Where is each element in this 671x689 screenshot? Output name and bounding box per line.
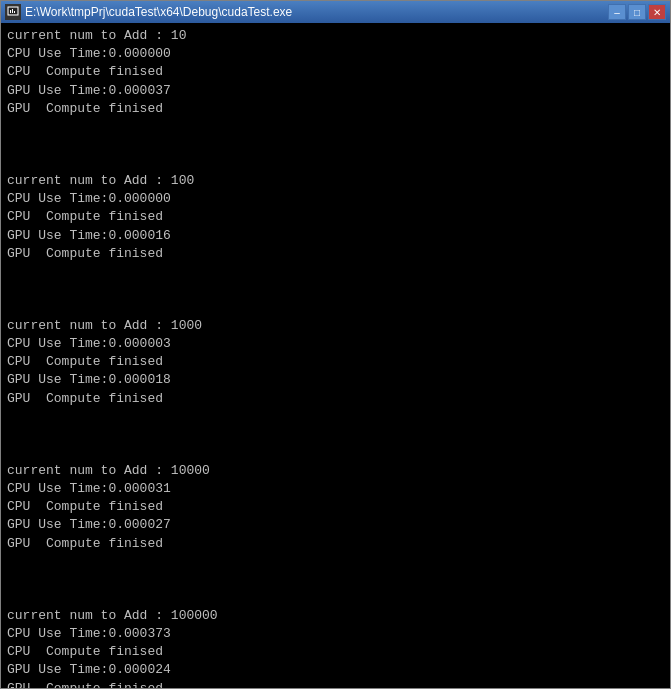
svg-rect-2 (10, 10, 11, 13)
console-line (7, 154, 664, 172)
console-line: current num to Add : 1000 (7, 317, 664, 335)
console-line: CPU Use Time:0.000031 (7, 480, 664, 498)
maximize-button[interactable]: □ (628, 4, 646, 20)
console-line (7, 136, 664, 154)
console-line: current num to Add : 100000 (7, 607, 664, 625)
console-line (7, 299, 664, 317)
main-window: E:\Work\tmpPrj\cudaTest\x64\Debug\cudaTe… (0, 0, 671, 689)
title-bar: E:\Work\tmpPrj\cudaTest\x64\Debug\cudaTe… (1, 1, 670, 23)
console-line: current num to Add : 100 (7, 172, 664, 190)
console-line: GPU Compute finised (7, 390, 664, 408)
close-button[interactable]: ✕ (648, 4, 666, 20)
minimize-button[interactable]: – (608, 4, 626, 20)
console-line (7, 118, 664, 136)
console-line: GPU Compute finised (7, 535, 664, 553)
console-line: GPU Compute finised (7, 100, 664, 118)
console-line (7, 426, 664, 444)
console-line: CPU Compute finised (7, 208, 664, 226)
console-line: GPU Compute finised (7, 680, 664, 689)
console-line: CPU Compute finised (7, 498, 664, 516)
window-title: E:\Work\tmpPrj\cudaTest\x64\Debug\cudaTe… (25, 5, 292, 19)
console-line: CPU Use Time:0.000373 (7, 625, 664, 643)
console-line: GPU Use Time:0.000037 (7, 82, 664, 100)
console-line: CPU Compute finised (7, 353, 664, 371)
console-line: current num to Add : 10000 (7, 462, 664, 480)
console-line (7, 281, 664, 299)
svg-rect-3 (12, 9, 13, 13)
svg-rect-4 (14, 11, 15, 13)
console-line: GPU Use Time:0.000018 (7, 371, 664, 389)
console-line (7, 263, 664, 281)
console-line: GPU Use Time:0.000024 (7, 661, 664, 679)
title-bar-left: E:\Work\tmpPrj\cudaTest\x64\Debug\cudaTe… (5, 4, 292, 20)
console-line (7, 589, 664, 607)
console-line: GPU Use Time:0.000027 (7, 516, 664, 534)
console-line (7, 408, 664, 426)
window-controls: – □ ✕ (608, 4, 666, 20)
console-line: CPU Compute finised (7, 63, 664, 81)
app-icon (5, 4, 21, 20)
console-line: CPU Use Time:0.000000 (7, 190, 664, 208)
console-line (7, 553, 664, 571)
console-output: current num to Add : 10CPU Use Time:0.00… (1, 23, 670, 688)
console-line: CPU Use Time:0.000000 (7, 45, 664, 63)
console-line (7, 444, 664, 462)
console-line: GPU Compute finised (7, 245, 664, 263)
console-line (7, 571, 664, 589)
console-line: CPU Use Time:0.000003 (7, 335, 664, 353)
console-line: CPU Compute finised (7, 643, 664, 661)
console-line: current num to Add : 10 (7, 27, 664, 45)
console-line: GPU Use Time:0.000016 (7, 227, 664, 245)
